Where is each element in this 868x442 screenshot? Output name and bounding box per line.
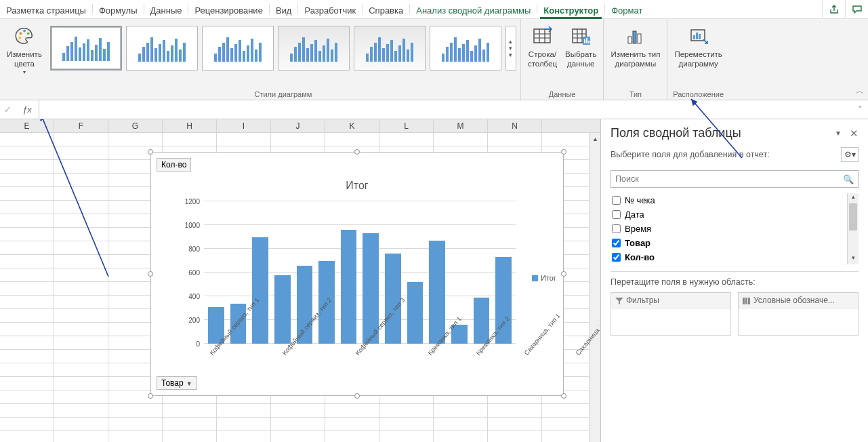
- chart-styles-group-label: Стили диаграмм: [254, 88, 312, 98]
- chart-styles-gallery: ▴▾▾: [50, 26, 516, 71]
- field-checkbox[interactable]: [612, 253, 621, 262]
- column-header[interactable]: H: [163, 119, 217, 132]
- scroll-down-arrow-icon[interactable]: ▾: [848, 254, 859, 264]
- move-chart-button[interactable]: Переместить диаграмму: [671, 23, 724, 71]
- field-item[interactable]: № чека: [611, 193, 859, 207]
- svg-rect-15: [696, 33, 698, 39]
- pivot-chart-object[interactable]: Кол-во Товар▼ Итог 020040060080010001200…: [150, 152, 564, 396]
- field-item[interactable]: Товар: [611, 236, 859, 250]
- chart-style-2[interactable]: [126, 26, 198, 71]
- svg-rect-19: [743, 298, 745, 304]
- chart-style-4[interactable]: [278, 26, 350, 71]
- chart-style-1[interactable]: [50, 26, 122, 71]
- chart-styles-more[interactable]: ▴▾▾: [505, 26, 516, 71]
- field-search[interactable]: 🔍: [611, 170, 859, 188]
- chart-style-5[interactable]: [354, 26, 426, 71]
- y-tick-label: 400: [188, 293, 200, 300]
- field-checkbox[interactable]: [612, 196, 621, 205]
- column-header[interactable]: N: [488, 119, 542, 132]
- pane-settings-button[interactable]: ⚙▾: [841, 147, 859, 162]
- gear-icon: ⚙: [844, 150, 852, 159]
- search-icon: 🔍: [843, 174, 854, 184]
- field-list-scrollbar[interactable]: ▴ ▾: [847, 193, 859, 264]
- chart-style-6[interactable]: [430, 26, 501, 71]
- axis-field-chip[interactable]: Товар▼: [157, 376, 197, 390]
- column-header[interactable]: M: [434, 119, 488, 132]
- vertical-scrollbar[interactable]: ▴: [589, 133, 600, 442]
- resize-handle[interactable]: [148, 149, 153, 155]
- tab-data[interactable]: Данные: [144, 0, 188, 18]
- change-chart-type-button[interactable]: Изменить тип диаграммы: [608, 23, 663, 71]
- switch-rowcol-label: Строка/ столбец: [528, 50, 557, 69]
- resize-handle[interactable]: [561, 271, 566, 277]
- column-header[interactable]: E: [0, 119, 54, 132]
- tab-review[interactable]: Рецензирование: [188, 0, 268, 18]
- location-group-label: Расположение: [673, 88, 724, 98]
- comments-button[interactable]: [845, 0, 868, 18]
- change-colors-button[interactable]: Изменить цвета ▾: [4, 23, 45, 77]
- resize-handle[interactable]: [354, 393, 360, 399]
- field-item[interactable]: Время: [611, 222, 859, 236]
- legend-drop-area[interactable]: Условные обозначе...: [738, 292, 859, 336]
- resize-handle[interactable]: [561, 149, 566, 155]
- tab-page-layout[interactable]: Разметка страницы: [0, 0, 92, 18]
- formula-expand-button[interactable]: ˅: [852, 104, 868, 115]
- scroll-up-arrow-icon[interactable]: ▴: [590, 133, 600, 144]
- scroll-up-arrow-icon[interactable]: ▴: [848, 193, 859, 203]
- worksheet-grid[interactable]: EFGHIJKLMN ▴ Кол-во Товар▼ Итог 02004006…: [0, 119, 600, 442]
- svg-rect-14: [693, 35, 695, 39]
- filters-label: Фильтры: [626, 296, 659, 305]
- field-checkbox[interactable]: [612, 224, 621, 233]
- resize-handle[interactable]: [354, 149, 360, 155]
- pane-title: Поля сводной таблицы: [611, 126, 835, 140]
- change-chart-type-icon: [624, 24, 647, 47]
- palette-icon: [13, 24, 36, 47]
- column-header[interactable]: K: [325, 119, 379, 132]
- column-header[interactable]: I: [217, 119, 271, 132]
- switch-row-column-button[interactable]: Строка/ столбец: [525, 23, 560, 71]
- tab-pivotchart-analyze[interactable]: Анализ сводной диаграммы: [410, 0, 537, 18]
- column-headers: EFGHIJKLMN: [0, 119, 600, 133]
- y-tick-label: 200: [188, 317, 200, 324]
- tab-formulas[interactable]: Формулы: [93, 0, 144, 18]
- tab-format[interactable]: Формат: [605, 0, 648, 18]
- chart-style-3[interactable]: [202, 26, 274, 71]
- resize-handle[interactable]: [561, 393, 566, 399]
- collapse-ribbon-button[interactable]: ︿: [856, 85, 864, 97]
- pane-menu-button[interactable]: ▼: [835, 129, 842, 137]
- column-header[interactable]: G: [108, 119, 163, 132]
- column-header[interactable]: L: [379, 119, 434, 132]
- field-item[interactable]: Кол-во: [611, 250, 859, 264]
- chevron-down-icon: ▼: [186, 380, 192, 387]
- chart-title[interactable]: Итог: [151, 180, 563, 192]
- tab-design[interactable]: Конструктор: [537, 0, 604, 18]
- select-data-button[interactable]: Выбрать данные: [562, 23, 599, 71]
- resize-handle[interactable]: [148, 271, 153, 277]
- field-label: Дата: [625, 209, 644, 220]
- values-field-chip[interactable]: Кол-во: [157, 158, 191, 172]
- resize-handle[interactable]: [148, 393, 153, 399]
- fx-icon[interactable]: ƒx: [16, 100, 39, 119]
- column-header[interactable]: F: [54, 119, 108, 132]
- field-checkbox[interactable]: [612, 239, 621, 247]
- share-button[interactable]: [822, 0, 845, 18]
- field-checkbox[interactable]: [612, 210, 621, 219]
- chart-legend[interactable]: Итог: [532, 274, 556, 282]
- legend-swatch: [532, 275, 538, 281]
- tab-help[interactable]: Справка: [363, 0, 409, 18]
- change-chart-type-label: Изменить тип диаграммы: [611, 50, 660, 69]
- select-data-label: Выбрать данные: [565, 50, 596, 69]
- column-header[interactable]: J: [271, 119, 325, 132]
- tab-view[interactable]: Вид: [270, 0, 298, 18]
- tab-developer[interactable]: Разработчик: [298, 0, 362, 18]
- y-tick-label: 1200: [185, 198, 200, 205]
- filters-drop-area[interactable]: Фильтры: [611, 292, 731, 336]
- ribbon-tabs: Разметка страницы Формулы Данные Рецензи…: [0, 0, 868, 19]
- select-data-icon: [569, 24, 592, 47]
- field-search-input[interactable]: [615, 174, 843, 184]
- field-label: № чека: [625, 195, 655, 205]
- columns-icon: [743, 297, 751, 304]
- scroll-thumb[interactable]: [849, 203, 857, 230]
- field-item[interactable]: Дата: [611, 207, 859, 222]
- close-pane-button[interactable]: ✕: [850, 127, 859, 140]
